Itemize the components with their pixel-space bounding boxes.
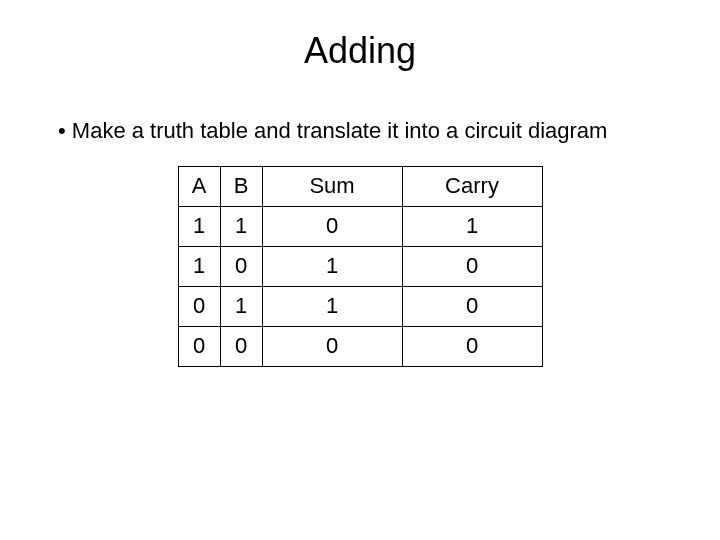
cell: 0: [220, 246, 262, 286]
slide-title: Adding: [0, 30, 720, 72]
header-cell-b: B: [220, 166, 262, 206]
table-row: 1 0 1 0: [178, 246, 542, 286]
cell: 0: [402, 246, 542, 286]
cell: 1: [220, 286, 262, 326]
cell: 0: [402, 326, 542, 366]
table-row: 1 1 0 1: [178, 206, 542, 246]
bullet-text: • Make a truth table and translate it in…: [58, 117, 660, 146]
cell: 1: [178, 206, 220, 246]
table-container: A B Sum Carry 1 1 0 1 1 0 1 0 0 1 1 0 0 …: [0, 166, 720, 367]
cell: 0: [262, 326, 402, 366]
cell: 0: [178, 326, 220, 366]
cell: 1: [262, 286, 402, 326]
header-cell-carry: Carry: [402, 166, 542, 206]
cell: 0: [178, 286, 220, 326]
table-row: 0 1 1 0: [178, 286, 542, 326]
cell: 1: [220, 206, 262, 246]
table-row: 0 0 0 0: [178, 326, 542, 366]
header-cell-sum: Sum: [262, 166, 402, 206]
cell: 0: [402, 286, 542, 326]
cell: 0: [262, 206, 402, 246]
cell: 1: [262, 246, 402, 286]
cell: 1: [402, 206, 542, 246]
truth-table: A B Sum Carry 1 1 0 1 1 0 1 0 0 1 1 0 0 …: [178, 166, 543, 367]
cell: 0: [220, 326, 262, 366]
table-header-row: A B Sum Carry: [178, 166, 542, 206]
cell: 1: [178, 246, 220, 286]
header-cell-a: A: [178, 166, 220, 206]
